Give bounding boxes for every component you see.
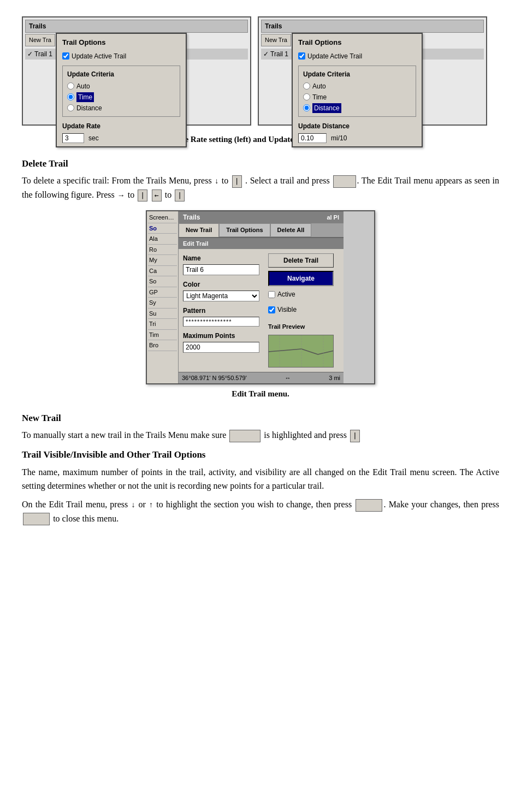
new-trail-btn-right[interactable]: New Tra bbox=[261, 34, 291, 46]
dist-input-right[interactable] bbox=[298, 133, 327, 143]
tab-new-trail[interactable]: New Trail bbox=[179, 223, 219, 237]
left-update-criteria-section: Update Criteria Auto Time Distance bbox=[62, 66, 180, 117]
color-select[interactable]: Light Magenta bbox=[183, 291, 259, 301]
right-arrow-1: → bbox=[117, 191, 125, 199]
visible-checkbox[interactable] bbox=[268, 306, 275, 313]
tab-delete-all[interactable]: Delete All bbox=[270, 223, 312, 237]
update-active-checkbox-right[interactable] bbox=[298, 52, 305, 60]
time-label-left: Time bbox=[76, 92, 94, 102]
new-trail-key1 bbox=[229, 430, 260, 442]
tab-trail-options[interactable]: Trail Options bbox=[219, 223, 270, 237]
et-statusbar: 36°08.971' N 95°50.579' ↔ 3 mi bbox=[179, 372, 344, 384]
statusbar-arrow: ↔ bbox=[285, 374, 291, 383]
auto-label-left: Auto bbox=[76, 81, 90, 91]
left-update-active-row: Update Active Trail bbox=[62, 51, 180, 61]
key-4: | bbox=[175, 189, 185, 202]
sidebar-so[interactable]: So bbox=[148, 223, 177, 234]
visible-checkbox-row: Visible bbox=[268, 305, 339, 315]
pattern-field-group: Pattern bbox=[183, 306, 259, 327]
trail-preview-label: Trail Preview bbox=[268, 322, 339, 331]
color-field-group: Color Light Magenta bbox=[183, 280, 259, 301]
svg-rect-0 bbox=[269, 335, 334, 368]
left-title-bar: Trails bbox=[25, 20, 248, 33]
right-update-active-row: Update Active Trail bbox=[298, 51, 416, 61]
time-radio-right[interactable] bbox=[303, 93, 310, 100]
rate-input-left[interactable] bbox=[62, 133, 84, 143]
time-radio-left[interactable] bbox=[67, 93, 74, 100]
time-label-right: Time bbox=[312, 92, 327, 102]
left-auto-radio-row: Auto bbox=[67, 81, 175, 91]
auto-radio-left[interactable] bbox=[67, 82, 74, 90]
sidebar-ro[interactable]: Ro bbox=[148, 245, 177, 256]
left-distance-radio-row: Distance bbox=[67, 103, 175, 113]
left-popup-title: Trail Options bbox=[62, 37, 180, 48]
trails-label: Trails bbox=[183, 212, 200, 222]
right-title-bar: Trails bbox=[261, 20, 484, 33]
sidebar-su[interactable]: Su bbox=[148, 309, 177, 319]
right-distance-radio-row: Distance bbox=[303, 103, 411, 113]
sidebar-tim[interactable]: Tim bbox=[148, 330, 177, 341]
key-3: ← bbox=[152, 189, 162, 202]
edit-trail-bar: Edit Trail bbox=[179, 238, 344, 250]
distance-radio-left[interactable] bbox=[67, 104, 74, 111]
et-main-row: Name Color Light Magenta Pattern bbox=[183, 253, 339, 368]
auto-label-right: Auto bbox=[312, 81, 326, 91]
trail-visible-body: The name, maximum number of points in th… bbox=[22, 465, 499, 493]
sidebar-screen[interactable]: Screen… bbox=[148, 212, 177, 223]
active-checkbox[interactable] bbox=[268, 291, 275, 298]
distance-label-right: Distance bbox=[312, 103, 341, 113]
key-2: | bbox=[138, 189, 147, 202]
distance-label-left: Distance bbox=[76, 103, 102, 113]
right-screenshot: Trails New Tra te All ✓ Trail 1 Trail Op… bbox=[258, 16, 487, 126]
pattern-input[interactable] bbox=[183, 317, 259, 327]
right-popup-title: Trail Options bbox=[298, 37, 416, 48]
distance-radio-right[interactable] bbox=[303, 104, 310, 111]
delete-trail-heading: Delete Trail bbox=[22, 157, 499, 171]
right-auto-radio-row: Auto bbox=[303, 81, 411, 91]
left-update-rate-label: Update Rate bbox=[62, 121, 180, 131]
et-right-col: Delete Trail Navigate Active Visible Tra… bbox=[268, 253, 339, 368]
name-field-group: Name bbox=[183, 253, 259, 275]
et-tab-row: New Trail Trail Options Delete All bbox=[179, 223, 344, 238]
right-update-criteria-title: Update Criteria bbox=[303, 69, 411, 79]
left-rate-input-row: sec bbox=[62, 133, 180, 143]
navigate-btn[interactable]: Navigate bbox=[268, 271, 334, 286]
statusbar-zoom: 3 mi bbox=[329, 374, 340, 383]
trail-preview-map bbox=[268, 335, 334, 368]
delete-trail-body: To delete a specific trail: From the Tra… bbox=[22, 174, 499, 201]
new-trail-body: To manually start a new trail in the Tra… bbox=[22, 428, 499, 442]
edit-trail-screenshot: Screen… So Ala Ro My Ca So GP Sy Su Tri … bbox=[146, 210, 375, 384]
max-points-field-group: Maximum Points bbox=[183, 331, 259, 353]
et-main: Trails al Pl New Trail Trail Options Del… bbox=[179, 211, 344, 383]
update-active-checkbox-left[interactable] bbox=[62, 52, 69, 60]
et-title-row: Trails al Pl bbox=[179, 211, 344, 223]
sidebar-sy[interactable]: Sy bbox=[148, 298, 177, 309]
color-label: Color bbox=[183, 280, 259, 289]
sidebar-tri[interactable]: Tri bbox=[148, 319, 177, 330]
right-update-distance-label: Update Distance bbox=[298, 121, 416, 131]
left-update-criteria-title: Update Criteria bbox=[67, 69, 175, 79]
new-trail-btn-left[interactable]: New Tra bbox=[25, 34, 55, 46]
sidebar-bro[interactable]: Bro bbox=[148, 340, 177, 351]
sidebar-ala[interactable]: Ala bbox=[148, 234, 177, 245]
sidebar-gp[interactable]: GP bbox=[148, 287, 177, 298]
sidebar-ca[interactable]: Ca bbox=[148, 266, 177, 277]
delete-trail-btn[interactable]: Delete Trail bbox=[268, 253, 334, 268]
right-time-radio-row: Time bbox=[303, 92, 411, 102]
right-update-criteria-section: Update Criteria Auto Time Distance bbox=[298, 66, 416, 117]
key-enter bbox=[333, 175, 356, 188]
active-label: Active bbox=[277, 289, 295, 299]
trail-visible-section: Trail Visible/Invisible and Other Trail … bbox=[22, 448, 499, 525]
right-popup: Trail Options Update Active Trail Update… bbox=[292, 33, 423, 147]
max-points-input[interactable] bbox=[183, 342, 259, 353]
left-popup: Trail Options Update Active Trail Update… bbox=[56, 33, 187, 147]
sidebar-so2[interactable]: So bbox=[148, 276, 177, 287]
update-active-label-right: Update Active Trail bbox=[307, 51, 362, 61]
sidebar-my[interactable]: My bbox=[148, 255, 177, 266]
name-input[interactable] bbox=[183, 264, 259, 275]
auto-radio-right[interactable] bbox=[303, 82, 310, 90]
trail-visible-heading: Trail Visible/Invisible and Other Trail … bbox=[22, 448, 499, 462]
rate-unit-left: sec bbox=[88, 133, 99, 143]
close-key bbox=[23, 513, 50, 525]
new-trail-key2: | bbox=[350, 430, 360, 442]
